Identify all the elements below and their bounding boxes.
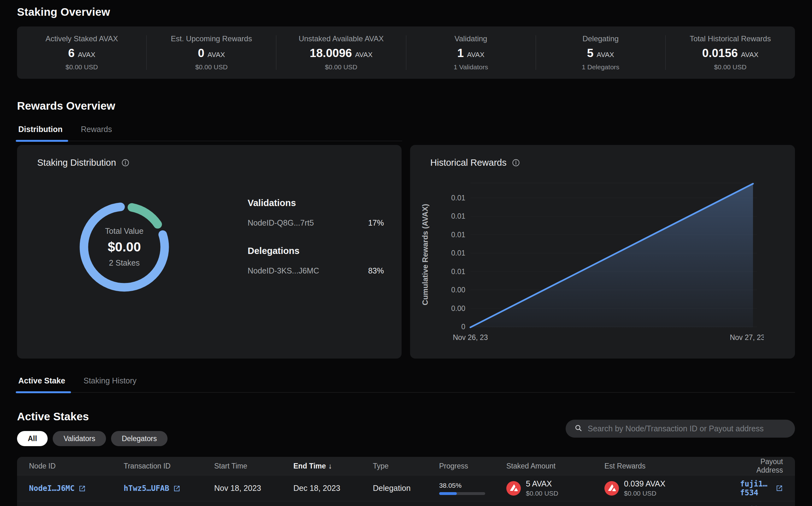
stat-unit: AVAX	[208, 51, 225, 59]
staking-overview-stats: Actively Staked AVAX 6 AVAX $0.00 USD Es…	[17, 26, 795, 79]
historical-rewards-line-chart: 0.010.010.010.010.010.000.000Nov 26, 23N…	[436, 179, 764, 347]
stat-value: 0	[198, 47, 204, 60]
stat-label: Est. Upcoming Rewards	[171, 34, 252, 43]
filter-pill-all[interactable]: All	[17, 431, 48, 446]
staking-overview-title: Staking Overview	[17, 6, 795, 18]
tab-rewards[interactable]: Rewards	[79, 125, 113, 141]
est-rewards-avax: 0.039 AVAX	[624, 479, 665, 488]
stat-total-historical-rewards: Total Historical Rewards 0.0156 AVAX $0.…	[666, 26, 795, 79]
stat-label: Total Historical Rewards	[690, 34, 771, 43]
external-link-icon[interactable]	[173, 485, 181, 492]
avalanche-logo-icon	[506, 481, 521, 496]
stat-validating: Validating 1 AVAX 1 Validators	[406, 26, 536, 79]
stat-unit: AVAX	[741, 51, 758, 59]
stat-sub: $0.00 USD	[195, 63, 228, 71]
progress-label: 38.05%	[439, 482, 485, 489]
table-header-row: Node IDTransaction IDStart TimeEnd Time↓…	[17, 457, 795, 475]
historical-rewards-card: Historical Rewards Cumulative Rewards (A…	[410, 145, 795, 358]
stat-unit: AVAX	[467, 51, 484, 59]
sort-descending-icon[interactable]: ↓	[328, 462, 332, 470]
table-row: NodeI…J6MC hTwz5…UFAB Nov 18, 2023 Dec 1…	[17, 475, 795, 501]
tab-distribution[interactable]: Distribution	[17, 125, 64, 141]
info-icon[interactable]	[512, 159, 520, 167]
stat-label: Actively Staked AVAX	[46, 34, 118, 43]
svg-text:0.01: 0.01	[451, 267, 465, 276]
tab-staking-history[interactable]: Staking History	[82, 376, 138, 392]
chart-y-axis-title: Cumulative Rewards (AVAX)	[421, 204, 430, 305]
svg-text:0: 0	[461, 323, 465, 331]
est-rewards: 0.039 AVAX $0.00 USD	[604, 479, 740, 497]
search-input[interactable]	[588, 424, 786, 433]
svg-text:0.01: 0.01	[451, 194, 465, 202]
info-icon[interactable]	[121, 159, 130, 167]
search-icon	[574, 424, 583, 433]
svg-text:0.01: 0.01	[451, 249, 465, 257]
distribution-row: NodeID-3KS...J6MC 83%	[248, 266, 384, 275]
distribution-legend: Validations NodeID-Q8G...7rt5 17% Delega…	[248, 198, 384, 275]
node-percentage: 17%	[368, 218, 384, 228]
stat-sub: $0.00 USD	[325, 63, 357, 71]
active-stake-tabs: Active Stake Staking History	[17, 376, 795, 393]
staked-amount-avax: 5 AVAX	[526, 479, 558, 488]
transaction-id-link[interactable]: hTwz5…UFAB	[124, 484, 181, 493]
start-time: Nov 18, 2023	[214, 484, 293, 493]
table-body: NodeI…J6MC hTwz5…UFAB Nov 18, 2023 Dec 1…	[17, 475, 795, 506]
column-header-progress[interactable]: Progress	[439, 462, 506, 471]
payout-address-link[interactable]: fuji1…f534	[740, 480, 783, 497]
distribution-section-heading: Delegations	[248, 246, 384, 256]
staked-amount-usd: $0.00 USD	[526, 490, 558, 497]
stat-delegating: Delegating 5 AVAX 1 Delegators	[536, 26, 665, 79]
filter-pill-delegators[interactable]: Delegators	[111, 431, 167, 446]
column-header-staked-amount[interactable]: Staked Amount	[506, 462, 604, 471]
svg-text:Nov 26, 23: Nov 26, 23	[453, 333, 488, 342]
stat-sub: 1 Validators	[454, 63, 488, 71]
svg-text:0.00: 0.00	[451, 304, 465, 313]
staked-amount: 5 AVAX $0.00 USD	[506, 479, 604, 497]
tab-active-stake[interactable]: Active Stake	[17, 376, 67, 392]
historical-rewards-card-title: Historical Rewards	[430, 158, 506, 168]
distribution-section-validations: Validations NodeID-Q8G...7rt5 17%	[248, 198, 384, 228]
table-row: NodeI…7rt5 2EnGv…CMoW Nov 29, 2023 Nov 3…	[17, 501, 795, 506]
stat-unit: AVAX	[355, 51, 373, 59]
column-header-transaction-id[interactable]: Transaction ID	[124, 462, 214, 471]
node-id-link[interactable]: NodeI…J6MC	[29, 484, 86, 493]
rewards-overview-tabs: Distribution Rewards	[17, 125, 402, 141]
column-header-est-rewards[interactable]: Est Rewards	[604, 462, 740, 471]
stat-est-upcoming-rewards: Est. Upcoming Rewards 0 AVAX $0.00 USD	[147, 26, 276, 79]
column-header-start-time[interactable]: Start Time	[214, 462, 293, 471]
active-stakes-header-zone: Active Stakes All Validators Delegators	[17, 410, 795, 446]
rewards-overview-title: Rewards Overview	[17, 100, 795, 112]
stat-label: Validating	[455, 34, 487, 43]
column-header-end-time[interactable]: End Time↓	[293, 462, 373, 471]
distribution-row: NodeID-Q8G...7rt5 17%	[248, 218, 384, 228]
staking-dashboard: Staking Overview Actively Staked AVAX 6 …	[0, 0, 812, 506]
column-header-payout-address[interactable]: Payout Address	[740, 457, 783, 475]
column-header-node-id[interactable]: Node ID	[29, 462, 124, 471]
stake-search-box[interactable]	[566, 420, 795, 438]
svg-text:0.00: 0.00	[451, 286, 465, 294]
staking-distribution-card-title: Staking Distribution	[37, 158, 116, 168]
svg-text:0.01: 0.01	[451, 231, 465, 239]
external-link-icon[interactable]	[776, 485, 783, 492]
node-id-label: NodeID-Q8G...7rt5	[248, 218, 314, 228]
rewards-cards-row: Staking Distribution Total Value $0.00 2…	[17, 145, 795, 358]
avalanche-logo-icon	[604, 481, 619, 496]
stat-sub: 1 Delegators	[582, 63, 619, 71]
donut-center-value: $0.00	[108, 240, 141, 255]
column-header-type[interactable]: Type	[373, 462, 439, 471]
donut-center-label: Total Value	[105, 227, 143, 236]
external-link-icon[interactable]	[78, 485, 86, 492]
stat-value: 5	[587, 47, 594, 60]
donut-center-sub: 2 Stakes	[109, 258, 139, 267]
stat-sub: $0.00 USD	[714, 63, 747, 71]
svg-text:Nov 27, 23: Nov 27, 23	[730, 333, 764, 342]
svg-text:0.01: 0.01	[451, 212, 465, 220]
end-time: Dec 18, 2023	[293, 484, 373, 493]
distribution-section-heading: Validations	[248, 198, 384, 208]
stat-value: 6	[68, 47, 75, 60]
filter-pill-validators[interactable]: Validators	[53, 431, 106, 446]
stat-label: Unstaked Available AVAX	[299, 34, 384, 43]
active-stakes-table: Node IDTransaction IDStart TimeEnd Time↓…	[17, 457, 795, 506]
progress-bar	[439, 492, 485, 495]
est-rewards-usd: $0.00 USD	[624, 490, 665, 497]
